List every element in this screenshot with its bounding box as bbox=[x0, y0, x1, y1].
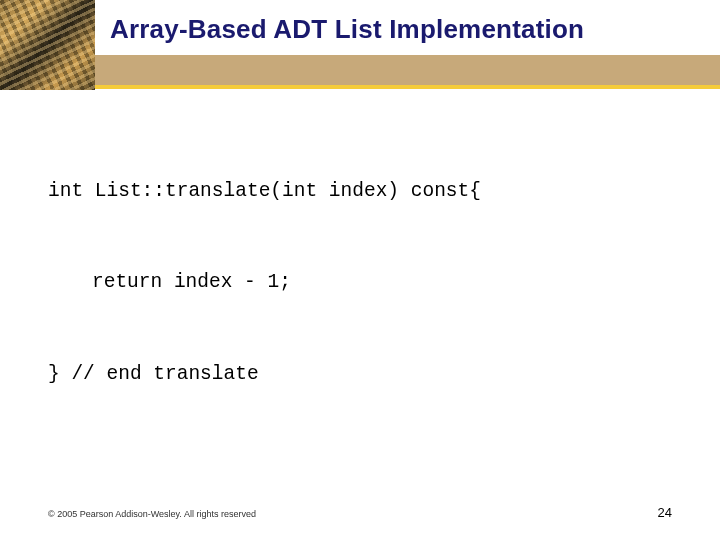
slide-title: Array-Based ADT List Implementation bbox=[110, 14, 710, 45]
page-number: 24 bbox=[658, 505, 672, 520]
code-line-1: int List::translate(int index) const{ bbox=[48, 181, 690, 201]
header-decorative-image bbox=[0, 0, 95, 90]
slide-footer: © 2005 Pearson Addison-Wesley. All right… bbox=[48, 505, 672, 520]
slide-header: Array-Based ADT List Implementation bbox=[0, 0, 720, 90]
header-tan-band bbox=[0, 55, 720, 85]
code-listing: int List::translate(int index) const{ re… bbox=[48, 140, 690, 435]
header-yellow-rule bbox=[0, 85, 720, 89]
code-line-2: return index - 1; bbox=[48, 272, 690, 292]
copyright-text: © 2005 Pearson Addison-Wesley. All right… bbox=[48, 509, 256, 519]
code-line-3: } // end translate bbox=[48, 364, 690, 384]
